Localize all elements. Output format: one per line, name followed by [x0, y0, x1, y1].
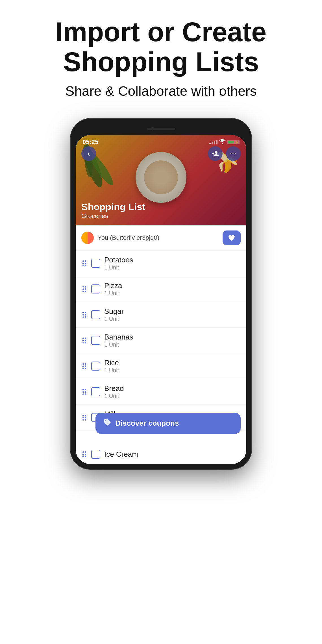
wifi-icon: [219, 139, 225, 145]
phone-mockup: 05:25: [71, 119, 251, 469]
user-row: You (Butterfly er3pjq0): [76, 225, 246, 251]
phone-top-bar: [76, 124, 246, 134]
status-time: 05:25: [82, 138, 98, 146]
drag-handle[interactable]: [81, 450, 87, 458]
status-icons: ⚡: [209, 139, 240, 145]
discover-coupons-button[interactable]: Discover coupons: [95, 413, 241, 434]
item-qty: 1 Unit: [104, 367, 241, 374]
list-item: Potatoes 1 Unit: [76, 251, 246, 276]
page-title: Import or Create Shopping Lists: [56, 17, 267, 77]
hero-section: 05:25: [76, 135, 246, 225]
app-bar-right: ···: [208, 146, 241, 161]
list-category: Groceries: [81, 212, 145, 220]
page-subtitle: Share & Collaborate with others: [56, 83, 267, 99]
item-details: Rice 1 Unit: [104, 358, 241, 374]
drag-handle[interactable]: [81, 388, 87, 396]
item-qty: 1 Unit: [104, 316, 241, 322]
item-details: Bread 1 Unit: [104, 384, 241, 399]
item-details: Sugar 1 Unit: [104, 307, 241, 322]
app-bar: ‹ ···: [76, 146, 246, 161]
item-qty: 1 Unit: [104, 341, 241, 348]
list-item: Ice Cream: [76, 445, 246, 464]
item-details: Pizza 1 Unit: [104, 281, 241, 297]
item-checkbox[interactable]: [91, 284, 100, 293]
list-item: Bananas 1 Unit: [76, 328, 246, 353]
drag-handle[interactable]: [81, 259, 87, 267]
phone-frame: 05:25: [71, 119, 251, 469]
drag-handle[interactable]: [81, 362, 87, 370]
coupon-icon: [103, 418, 111, 428]
item-name: Rice: [104, 358, 241, 367]
phone-screen: 05:25: [76, 135, 246, 464]
item-name: Bananas: [104, 333, 241, 341]
drag-handle[interactable]: [81, 311, 87, 319]
phone-speaker: [147, 128, 175, 130]
add-person-icon: [212, 150, 219, 157]
list-item: Rice 1 Unit: [76, 353, 246, 379]
drag-handle[interactable]: [81, 285, 87, 293]
item-checkbox[interactable]: [91, 336, 100, 345]
drag-handle[interactable]: [81, 414, 87, 422]
item-checkbox[interactable]: [91, 310, 100, 319]
shopping-items-list: Potatoes 1 Unit: [76, 251, 246, 464]
page-header: Import or Create Shopping Lists Share & …: [33, 0, 289, 110]
item-qty: 1 Unit: [104, 290, 241, 297]
coupon-label: Discover coupons: [115, 419, 179, 428]
list-item: Pizza 1 Unit: [76, 276, 246, 302]
avatar: [81, 232, 94, 244]
hero-title-area: Shopping List Groceries: [81, 201, 145, 220]
item-name: Sugar: [104, 307, 241, 316]
item-details: Bananas 1 Unit: [104, 333, 241, 348]
heart-icon: [228, 234, 235, 242]
item-checkbox[interactable]: [91, 362, 100, 371]
item-details: Potatoes 1 Unit: [104, 256, 241, 271]
milk-item-wrapper: Milk 1 Unit: [76, 405, 246, 430]
favorite-button[interactable]: [223, 230, 241, 245]
list-title: Shopping List: [81, 201, 145, 212]
item-details: Ice Cream: [104, 450, 241, 459]
back-button[interactable]: ‹: [81, 146, 96, 161]
item-checkbox[interactable]: [91, 259, 100, 268]
add-person-button[interactable]: [208, 146, 223, 161]
list-item: Sugar 1 Unit: [76, 302, 246, 328]
drag-handle[interactable]: [81, 336, 87, 345]
item-name: Potatoes: [104, 256, 241, 264]
item-name: Pizza: [104, 281, 241, 290]
item-qty: 1 Unit: [104, 264, 241, 271]
battery-icon: ⚡: [227, 140, 240, 144]
more-options-button[interactable]: ···: [226, 146, 241, 161]
signal-icon: [209, 140, 217, 144]
list-item: Bread 1 Unit: [76, 379, 246, 405]
item-qty: 1 Unit: [104, 393, 241, 399]
item-name: Ice Cream: [104, 450, 241, 459]
item-checkbox[interactable]: [91, 450, 100, 459]
user-info: You (Butterfly er3pjq0): [81, 232, 159, 244]
status-bar: 05:25: [76, 135, 246, 147]
list-section: You (Butterfly er3pjq0): [76, 225, 246, 464]
item-name: Bread: [104, 384, 241, 393]
item-checkbox[interactable]: [91, 387, 100, 396]
user-name: You (Butterfly er3pjq0): [98, 234, 159, 242]
